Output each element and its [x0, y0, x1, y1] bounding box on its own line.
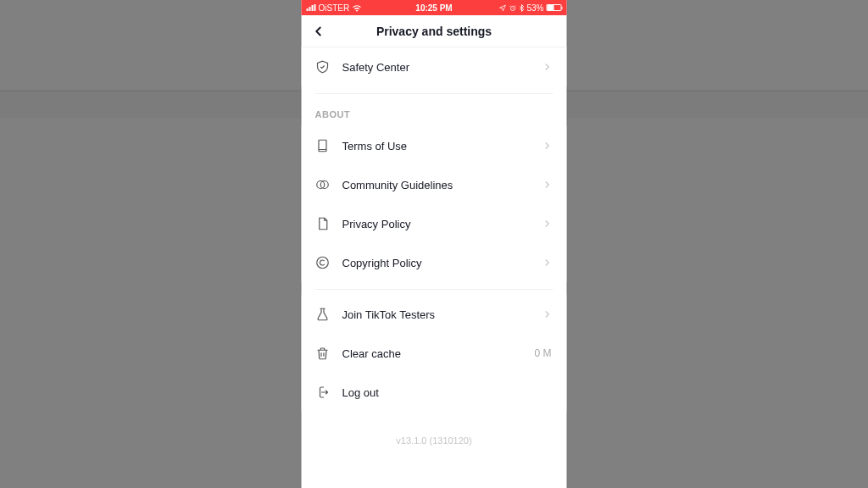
back-button[interactable] — [310, 23, 327, 40]
battery-icon — [547, 4, 562, 11]
shield-icon — [315, 59, 331, 75]
row-label: Community Guidelines — [342, 179, 542, 191]
phone-frame: OiSTER 10:25 PM 53% Privacy and settings… — [302, 0, 567, 488]
row-label: Clear cache — [342, 347, 535, 360]
svg-point-8 — [317, 257, 329, 269]
logout-icon — [315, 385, 331, 400]
signal-icon — [307, 4, 316, 11]
row-label: Log out — [342, 386, 554, 399]
page-title: Privacy and settings — [302, 25, 567, 38]
row-label: Copyright Policy — [342, 257, 542, 269]
chevron-left-icon — [311, 24, 326, 39]
chevron-right-icon — [542, 61, 554, 73]
version-label: v13.1.0 (1310120) — [302, 412, 567, 452]
alarm-icon — [509, 4, 516, 12]
row-label: Join TikTok Testers — [342, 308, 542, 321]
row-safety-center[interactable]: Safety Center — [302, 47, 567, 86]
chevron-right-icon — [542, 257, 554, 269]
row-community-guidelines[interactable]: Community Guidelines — [302, 165, 567, 204]
page-icon — [315, 216, 331, 231]
chevron-right-icon — [542, 140, 554, 152]
row-copyright-policy[interactable]: Copyright Policy — [302, 243, 567, 282]
status-bar: OiSTER 10:25 PM 53% — [302, 0, 567, 15]
overlap-circles-icon — [315, 177, 331, 192]
row-label: Safety Center — [342, 61, 542, 74]
clock: 10:25 PM — [415, 3, 452, 13]
section-header-about: ABOUT — [302, 94, 567, 126]
cache-size: 0 M — [534, 347, 551, 359]
row-privacy-policy[interactable]: Privacy Policy — [302, 204, 567, 243]
bluetooth-icon — [519, 4, 524, 12]
chevron-right-icon — [542, 218, 554, 230]
flask-icon — [315, 307, 331, 322]
chevron-right-icon — [542, 308, 554, 320]
row-label: Terms of Use — [342, 140, 542, 152]
trash-icon — [315, 346, 331, 361]
settings-list: Safety Center ABOUT Terms of Use Communi… — [302, 47, 567, 488]
wifi-icon — [352, 4, 361, 12]
row-log-out[interactable]: Log out — [302, 373, 567, 412]
carrier-label: OiSTER — [319, 3, 350, 13]
row-label: Privacy Policy — [342, 218, 542, 230]
document-icon — [315, 138, 331, 153]
row-terms-of-use[interactable]: Terms of Use — [302, 126, 567, 165]
chevron-right-icon — [542, 179, 554, 191]
row-clear-cache[interactable]: Clear cache 0 M — [302, 334, 567, 373]
location-icon — [498, 4, 506, 12]
nav-bar: Privacy and settings — [302, 15, 567, 47]
row-join-testers[interactable]: Join TikTok Testers — [302, 295, 567, 334]
copyright-icon — [315, 255, 331, 270]
battery-percent: 53% — [526, 3, 543, 13]
